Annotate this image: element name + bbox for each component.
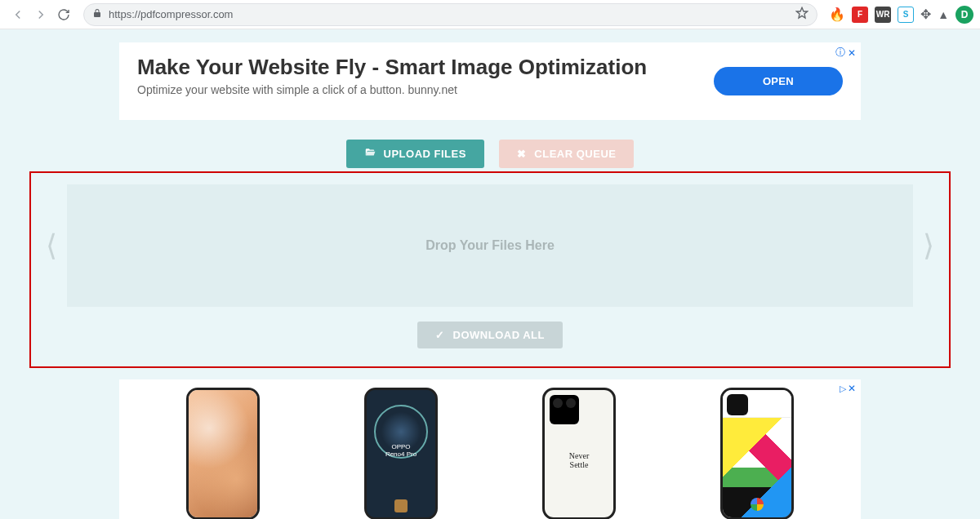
extension-icons: 🔥 F WR S ✥ ▲ D	[822, 6, 973, 24]
carousel-prev-button[interactable]: ⟨	[42, 228, 60, 263]
forward-button[interactable]	[29, 3, 52, 26]
dropzone-label: Drop Your Files Here	[425, 238, 555, 253]
url-text: https://pdfcompressor.com	[109, 8, 789, 20]
file-dropzone[interactable]: Drop Your Files Here	[67, 184, 913, 307]
upload-files-button[interactable]: UPLOAD FILES	[346, 140, 484, 168]
phone3-screen-label: Never Settle	[569, 451, 589, 469]
download-all-button[interactable]: ✓ DOWNLOAD ALL	[417, 322, 563, 348]
profile-avatar[interactable]: D	[956, 6, 973, 24]
folder-open-icon	[364, 147, 376, 161]
carousel-next-button[interactable]: ⟩	[920, 228, 938, 263]
lab-icon[interactable]: ▲	[938, 8, 949, 21]
flame-icon[interactable]: 🔥	[829, 7, 845, 22]
ad-banner-phones: ▷ ✕ OPPO Reno4 Pro Never Settle	[119, 379, 861, 519]
phone-product-1[interactable]	[186, 388, 260, 519]
address-bar[interactable]: https://pdfcompressor.com	[83, 3, 817, 26]
ad-banner-top: ⓘ ✕ Make Your Website Fly - Smart Image …	[119, 42, 861, 120]
download-all-label: DOWNLOAD ALL	[453, 329, 545, 341]
ad-close-icon-2[interactable]: ✕	[848, 383, 856, 394]
flipboard-icon[interactable]: F	[852, 7, 868, 23]
action-buttons-row: UPLOAD FILES ✖ CLEAR QUEUE	[119, 120, 861, 171]
phone-product-3[interactable]: Never Settle	[542, 388, 616, 519]
ad-close-icon[interactable]: ✕	[848, 47, 856, 59]
check-icon: ✓	[435, 329, 445, 341]
file-carousel: ⟨ Drop Your Files Here ⟩	[42, 184, 938, 307]
page-content: ⓘ ✕ Make Your Website Fly - Smart Image …	[0, 29, 980, 519]
clear-queue-label: CLEAR QUEUE	[534, 148, 616, 160]
wr-icon[interactable]: WR	[875, 7, 891, 23]
clear-queue-button[interactable]: ✖ CLEAR QUEUE	[499, 140, 635, 168]
extensions-puzzle-icon[interactable]: ✥	[920, 7, 931, 22]
reload-button[interactable]	[52, 3, 75, 26]
ad-info-icon[interactable]: ⓘ	[835, 46, 845, 60]
lock-icon	[92, 8, 102, 20]
bookmark-star-icon[interactable]	[795, 7, 808, 22]
browser-toolbar: https://pdfcompressor.com 🔥 F WR S ✥ ▲ D	[0, 0, 980, 29]
upload-files-label: UPLOAD FILES	[384, 148, 466, 160]
close-icon: ✖	[517, 148, 527, 160]
back-button[interactable]	[7, 3, 29, 26]
phone-product-4[interactable]	[720, 388, 794, 519]
phone2-screen-label: OPPO Reno4 Pro	[385, 444, 416, 459]
s-icon[interactable]: S	[898, 7, 914, 23]
phone-product-2[interactable]: OPPO Reno4 Pro	[364, 388, 438, 519]
ad-open-button[interactable]: OPEN	[714, 67, 843, 95]
highlighted-region: ⟨ Drop Your Files Here ⟩ ✓ DOWNLOAD ALL	[29, 171, 951, 368]
ad-marker-icon[interactable]: ▷	[840, 384, 846, 394]
